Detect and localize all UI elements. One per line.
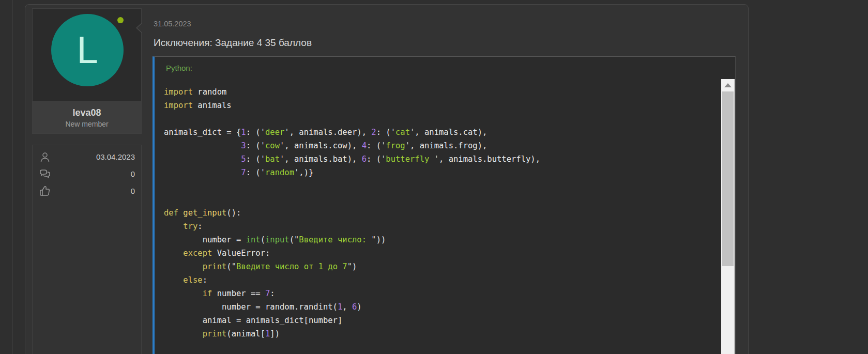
code-line <box>164 179 717 193</box>
stat-row-messages: 0 <box>39 165 135 182</box>
scroll-up-arrow-icon <box>724 83 732 87</box>
likes-count-value: 0 <box>51 187 135 195</box>
code-language-label: Python: <box>166 64 192 72</box>
code-line: try: <box>164 220 717 233</box>
messages-count-value: 0 <box>51 170 135 178</box>
code-line: if number == 7: <box>164 287 717 300</box>
code-scrollbar-thumb[interactable] <box>722 91 734 266</box>
code-line: number = random.randint(1, 6) <box>164 300 717 314</box>
code-line: 3: ('cow', animals.cow), 4: ('frog', ani… <box>164 139 717 152</box>
post-title: Исключения: Задание 4 35 баллов <box>154 37 312 49</box>
code-line: print(animal[1]) <box>164 327 717 341</box>
code-line: print("Введите число от 1 до 7") <box>164 260 717 273</box>
code-line: animal = animals_dict[number] <box>164 314 717 327</box>
username-link[interactable]: leva08 <box>72 107 101 118</box>
code-line: import animals <box>164 99 717 112</box>
code-line: else: <box>164 273 717 287</box>
message-card: L leva08 New member 03.04.2023 <box>25 4 749 354</box>
avatar[interactable]: L <box>51 14 124 86</box>
code-content[interactable]: import randomimport animals animals_dict… <box>155 81 720 354</box>
user-icon <box>39 151 51 163</box>
stat-row-likes: 0 <box>39 182 135 199</box>
online-status-dot <box>117 17 124 23</box>
page-gutter-divider <box>12 0 13 354</box>
message-arrow-fill <box>137 23 142 33</box>
code-line <box>164 193 717 206</box>
thread-page: L leva08 New member 03.04.2023 <box>0 0 868 354</box>
code-line: 5: ('bat', animals.bat), 6: ('butterfly … <box>164 152 717 166</box>
code-line: except ValueError: <box>164 247 717 260</box>
stat-row-joined: 03.04.2023 <box>39 148 135 165</box>
code-block: Python: import randomimport animals anim… <box>153 56 736 354</box>
post-date-link[interactable]: 31.05.2023 <box>154 20 191 28</box>
code-line: import random <box>164 85 717 99</box>
user-stats-box: 03.04.2023 0 <box>32 145 142 354</box>
avatar-box: L <box>32 8 142 102</box>
code-line: 7: ('random',)} <box>164 166 717 179</box>
avatar-letter: L <box>77 31 98 69</box>
scrollbar-up-button[interactable] <box>721 79 735 91</box>
code-scrollbar-track[interactable] <box>721 79 735 354</box>
likes-icon <box>39 185 51 197</box>
user-title-box: leva08 New member <box>32 102 142 134</box>
user-role: New member <box>65 120 108 128</box>
messages-icon <box>39 168 51 180</box>
code-line: def get_input(): <box>164 206 717 220</box>
joined-date-value: 03.04.2023 <box>51 152 135 161</box>
user-cell: L leva08 New member <box>32 8 142 134</box>
code-line <box>164 112 717 126</box>
code-line: number = int(input("Введите число: ")) <box>164 233 717 247</box>
code-line: animals_dict = {1: ('deer', animals.deer… <box>164 126 717 139</box>
